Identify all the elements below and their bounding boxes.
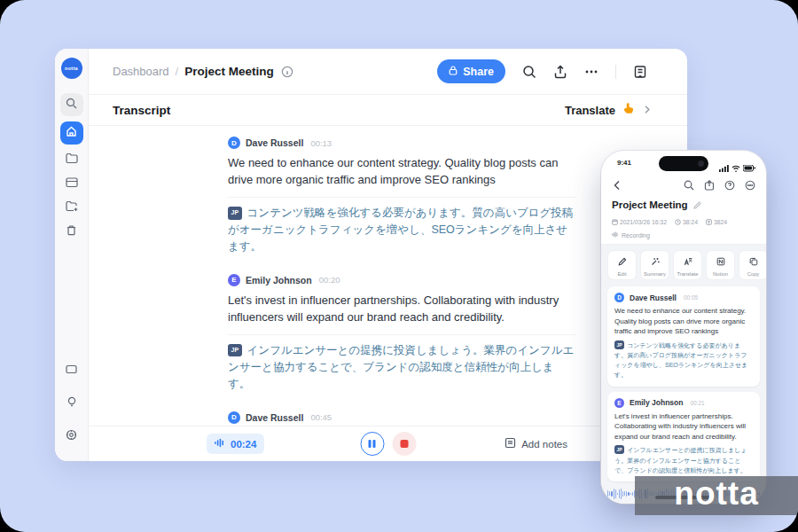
share-button[interactable]: Share (437, 59, 505, 83)
chip-summary[interactable]: Summary (640, 250, 669, 280)
recording-status: Recording (612, 231, 650, 239)
entry-text[interactable]: We need to enhance our content strategy.… (614, 306, 753, 337)
header-actions: Share (437, 59, 647, 83)
home-icon (66, 125, 77, 141)
trash-icon (66, 223, 77, 239)
meta-chars: 3824 (706, 219, 727, 225)
speaker-name: Dave Russell (246, 412, 303, 423)
search-icon[interactable] (522, 65, 536, 79)
header-divider (615, 65, 616, 79)
speaker-row: E Emily Johnson 00:20 (228, 274, 575, 286)
lock-icon (449, 66, 458, 78)
sidebar-item-add-folder[interactable] (61, 198, 82, 217)
entry-text[interactable]: Let's invest in influencer partnerships.… (228, 293, 575, 326)
entry-timestamp[interactable]: 00:20 (319, 275, 340, 285)
sidebar-item-trash[interactable] (61, 222, 82, 241)
desktop-app-window: notta (55, 49, 687, 461)
entry-translation[interactable]: コンテンツ戦略を強化する必要があります。質の高いブログ投稿がオーガニックトラフィ… (614, 342, 747, 379)
speaker-avatar: D (614, 293, 624, 302)
waveform-icon (215, 438, 225, 450)
search-icon[interactable] (684, 178, 694, 194)
entry-timestamp[interactable]: 00:13 (310, 138, 332, 148)
more-icon[interactable] (584, 65, 598, 79)
sidebar-search-button[interactable] (60, 93, 83, 116)
help-icon[interactable] (724, 178, 735, 194)
phone-page-title: Project Meeting (612, 200, 688, 210)
sidebar-item-folders[interactable] (61, 150, 82, 169)
breadcrumb-parent[interactable]: Dashboard (113, 65, 169, 78)
battery-icon (743, 160, 755, 176)
phone-mockup: 9:41 (601, 151, 766, 504)
copy-icon (749, 254, 758, 270)
dynamic-island (659, 156, 708, 171)
stop-button[interactable] (392, 432, 416, 456)
share-icon[interactable] (704, 178, 715, 194)
sidebar-item-settings[interactable] (61, 426, 82, 446)
sidebar-item-feedback[interactable] (61, 361, 82, 380)
chevron-right-icon (642, 102, 652, 118)
translate-icon (684, 254, 692, 270)
window-header: Dashboard / Project Meeting Share (89, 49, 687, 95)
back-icon[interactable] (612, 178, 622, 194)
action-chips: Edit Summary Translate (607, 250, 760, 280)
chip-notion[interactable]: Notion (706, 250, 735, 280)
language-badge: JP (614, 445, 624, 454)
entry-text[interactable]: We need to enhance our content strategy.… (228, 155, 575, 189)
sidebar-item-files[interactable] (61, 174, 82, 193)
translate-button[interactable]: Translate (565, 102, 652, 118)
speaker-name: Dave Russell (630, 293, 677, 302)
translation-row: JPコンテンツ戦略を強化する必要があります。質の高いブログ投稿がオーガニックトラ… (228, 205, 575, 256)
chip-edit[interactable]: Edit (607, 250, 637, 280)
info-icon[interactable] (281, 66, 293, 78)
status-icons (719, 160, 755, 176)
sidebar-item-help[interactable] (61, 394, 82, 413)
entry-timestamp: 00:21 (690, 400, 704, 406)
phone-transcript-entry[interactable]: E Emily Johnson 00:21 Let's invest in in… (607, 392, 760, 481)
magic-wand-icon (651, 254, 660, 270)
entry-timestamp[interactable]: 00:45 (310, 412, 332, 422)
transcript-entry[interactable]: E Emily Johnson 00:20 Let's invest in in… (228, 274, 575, 394)
page-title: Project Meeting (184, 65, 274, 78)
phone-content: Edit Summary Translate (601, 244, 766, 504)
translation-row: JPインフルエンサーとの提携に投資しましょう。業界のインフルエンサーと協力するこ… (614, 445, 753, 475)
chip-translate[interactable]: Translate (673, 250, 702, 280)
language-badge: JP (228, 344, 242, 357)
entry-translation[interactable]: インフルエンサーとの提携に投資しましょう。業界のインフルエンサーと協力することで… (614, 447, 747, 473)
more-icon[interactable] (745, 178, 755, 194)
transcript-entry[interactable]: D Dave Russell 00:45 Customer feedback i… (228, 411, 575, 426)
chip-label: Edit (618, 271, 627, 277)
transcript-toolbar: Transcript Translate (89, 95, 687, 126)
entry-translation[interactable]: インフルエンサーとの提携に投資しましょう。業界のインフルエンサーと協力することで… (228, 344, 574, 391)
phone-title-row: Project Meeting (612, 200, 701, 210)
add-notes-button[interactable]: Add notes (505, 437, 567, 450)
meta-duration: 38:24 (675, 219, 698, 225)
player-controls (360, 432, 416, 456)
edit-pencil-icon[interactable] (693, 201, 701, 209)
sidebar-item-home[interactable] (60, 121, 83, 145)
settings-icon (66, 428, 77, 444)
entry-divider (228, 197, 575, 198)
translation-row: JPコンテンツ戦略を強化する必要があります。質の高いブログ投稿がオーガニックトラ… (614, 340, 753, 380)
folder-add-icon (66, 200, 78, 215)
phone-transcript-list: D Dave Russell 00:05 We need to enhance … (607, 286, 760, 481)
premium-hand-icon (622, 102, 635, 118)
export-icon[interactable] (553, 65, 567, 79)
transcript-entry[interactable]: D Dave Russell 00:13 We need to enhance … (228, 137, 575, 256)
sidebar: notta (55, 49, 89, 461)
chip-copy[interactable]: Copy (739, 250, 766, 280)
entry-translation[interactable]: コンテンツ戦略を強化する必要があります。質の高いブログ投稿がオーガニックトラフィ… (228, 207, 573, 254)
app-canvas: notta (0, 0, 798, 532)
watermark-text: notta (674, 477, 758, 510)
summary-note-icon[interactable] (633, 65, 647, 79)
transcript-title: Transcript (113, 104, 170, 117)
share-button-label: Share (463, 66, 494, 78)
speaker-row: D Dave Russell 00:05 (614, 293, 753, 302)
speaker-name: Emily Johnson (630, 398, 683, 407)
language-badge: JP (614, 340, 624, 349)
entry-text[interactable]: Let's invest in influencer partnerships.… (614, 411, 753, 442)
phone-transcript-entry[interactable]: D Dave Russell 00:05 We need to enhance … (607, 286, 760, 387)
speaker-row: E Emily Johnson 00:21 (614, 398, 753, 408)
add-notes-label: Add notes (521, 439, 567, 450)
pause-button[interactable] (360, 432, 384, 456)
speaker-row: D Dave Russell 00:13 (228, 137, 575, 149)
